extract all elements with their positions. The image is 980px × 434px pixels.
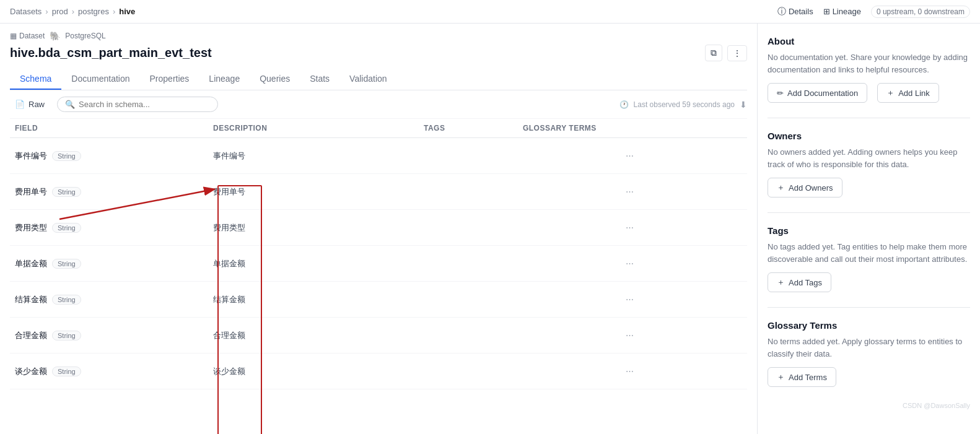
row-menu-3[interactable]: ⋯ — [617, 254, 642, 273]
dataset-header: ▦ Dataset 🐘 PostgreSQL hive.bda_csm_part… — [10, 24, 747, 69]
type-tag-3: String — [52, 259, 81, 269]
field-cell-6: 谈少金额 String — [10, 361, 208, 382]
desc-text-6: 谈少金额 — [213, 367, 245, 376]
tags-cell-0 — [419, 151, 518, 161]
table-header: Field Description Tags Glossary Terms — [10, 119, 747, 138]
type-tag-1: String — [52, 187, 81, 197]
field-name-2: 费用类型 — [15, 222, 47, 233]
clock-icon: 🕐 — [619, 100, 629, 109]
desc-cell-1[interactable]: 费用单号 — [208, 181, 419, 202]
tab-schema[interactable]: Schema — [10, 69, 61, 90]
owners-title: Owners — [768, 131, 970, 141]
plus-icon-link: ＋ — [886, 87, 895, 98]
tab-validation[interactable]: Validation — [339, 69, 396, 90]
search-icon: 🔍 — [65, 100, 75, 109]
desc-cell-2[interactable]: 费用类型 — [208, 217, 419, 238]
raw-icon: 📄 — [15, 100, 25, 109]
right-panel: About No documentation yet. Share your k… — [757, 24, 980, 434]
row-menu-2[interactable]: ⋯ — [617, 218, 642, 237]
row-menu-1[interactable]: ⋯ — [617, 182, 642, 201]
plus-icon-owners: ＋ — [777, 182, 785, 193]
platform-label: PostgreSQL — [65, 32, 105, 40]
add-link-label: Add Link — [898, 89, 930, 98]
dataset-type-badge: ▦ Dataset — [10, 32, 45, 40]
breadcrumb-postgres[interactable]: postgres — [78, 7, 109, 16]
row-menu-0[interactable]: ⋯ — [617, 146, 642, 165]
add-terms-button[interactable]: ＋ Add Terms — [768, 367, 836, 387]
sep3: › — [113, 7, 115, 16]
field-name-1: 费用单号 — [15, 186, 47, 197]
glossary-cell-4 — [518, 295, 617, 305]
about-title: About — [768, 36, 970, 46]
watermark: CSDN @DawsonSally — [768, 402, 970, 409]
more-button[interactable]: ⋮ — [727, 45, 747, 61]
glossary-cell-2 — [518, 223, 617, 233]
breadcrumb-datasets[interactable]: Datasets — [10, 7, 42, 16]
glossary-cell-3 — [518, 259, 617, 269]
field-cell-0: 事件编号 String — [10, 145, 208, 167]
field-name-0: 事件编号 — [15, 150, 47, 162]
divider-3 — [768, 307, 970, 308]
glossary-cell-0 — [518, 151, 617, 161]
divider-1 — [768, 118, 970, 118]
tags-title: Tags — [768, 225, 970, 236]
add-owners-button[interactable]: ＋ Add Owners — [768, 178, 842, 197]
field-cell-4: 结算金额 String — [10, 289, 208, 310]
tab-queries[interactable]: Queries — [250, 69, 300, 90]
type-tag-4: String — [52, 295, 81, 305]
details-link[interactable]: ⓘ Details — [777, 6, 813, 17]
glossary-cell-6 — [518, 367, 617, 376]
tags-cell-6 — [419, 367, 518, 376]
sep1: › — [45, 7, 48, 16]
row-menu-4[interactable]: ⋯ — [617, 290, 642, 309]
lineage-link[interactable]: ⊞ Lineage — [823, 7, 861, 16]
glossary-desc: No terms added yet. Apply glossary terms… — [768, 336, 970, 360]
divider-2 — [768, 212, 970, 213]
desc-cell-6[interactable]: 谈少金额 — [208, 361, 419, 382]
desc-cell-3[interactable]: 单据金额 — [208, 253, 419, 274]
add-owners-label: Add Owners — [789, 183, 833, 193]
lineage-label: Lineage — [833, 7, 861, 16]
schema-toolbar: 📄 Raw 🔍 🕐 Last observed 59 seconds ago ⬇ — [10, 90, 747, 119]
about-section: About No documentation yet. Share your k… — [768, 36, 970, 103]
breadcrumb: Datasets › prod › postgres › hive — [10, 7, 135, 16]
add-link-button[interactable]: ＋ Add Link — [877, 83, 939, 103]
field-name-3: 单据金额 — [15, 258, 47, 269]
last-observed: Last observed 59 seconds ago — [634, 100, 735, 109]
raw-button[interactable]: 📄 Raw — [10, 97, 50, 111]
desc-cell-5[interactable]: 合理金额 — [208, 325, 419, 346]
schema-table: Field Description Tags Glossary Terms 事件… — [10, 119, 747, 434]
desc-cell-0[interactable]: 事件编号 — [208, 145, 419, 167]
add-documentation-label: Add Documentation — [787, 89, 858, 98]
tabs: Schema Documentation Properties Lineage … — [10, 69, 747, 90]
desc-text-4: 结算金额 — [213, 295, 245, 304]
dataset-type-row: ▦ Dataset 🐘 PostgreSQL — [10, 31, 747, 41]
type-tag-6: String — [52, 367, 81, 376]
search-box[interactable]: 🔍 — [57, 97, 218, 112]
tab-documentation[interactable]: Documentation — [61, 69, 139, 90]
field-cell-1: 费用单号 String — [10, 181, 208, 202]
tab-properties[interactable]: Properties — [140, 69, 199, 90]
row-menu-6[interactable]: ⋯ — [617, 362, 642, 381]
add-documentation-button[interactable]: ✏ Add Documentation — [768, 83, 867, 103]
add-tags-button[interactable]: ＋ Add Tags — [768, 272, 831, 292]
table-row: 单据金额 String 单据金额 ⋯ — [10, 246, 747, 282]
desc-cell-4[interactable]: 结算金额 — [208, 289, 419, 310]
field-name-6: 谈少金额 — [15, 366, 47, 377]
desc-text-3: 单据金额 — [213, 259, 245, 268]
table-row: 结算金额 String 结算金额 ⋯ — [10, 282, 747, 318]
lineage-badge: 0 upstream, 0 downstream — [871, 6, 970, 18]
tab-lineage[interactable]: Lineage — [199, 69, 250, 90]
breadcrumb-prod[interactable]: prod — [52, 7, 68, 16]
col-description: Description — [208, 124, 419, 132]
glossary-section: Glossary Terms No terms added yet. Apply… — [768, 320, 970, 387]
copy-button[interactable]: ⧉ — [705, 45, 722, 61]
table-row: 费用类型 String 费用类型 ⋯ — [10, 210, 747, 246]
search-input[interactable] — [79, 100, 203, 109]
desc-text-5: 合理金额 — [213, 331, 245, 340]
download-icon[interactable]: ⬇ — [740, 100, 747, 110]
add-terms-label: Add Terms — [789, 373, 827, 382]
tab-stats[interactable]: Stats — [300, 69, 339, 90]
row-menu-5[interactable]: ⋯ — [617, 326, 642, 345]
desc-text-1: 费用单号 — [213, 187, 245, 196]
